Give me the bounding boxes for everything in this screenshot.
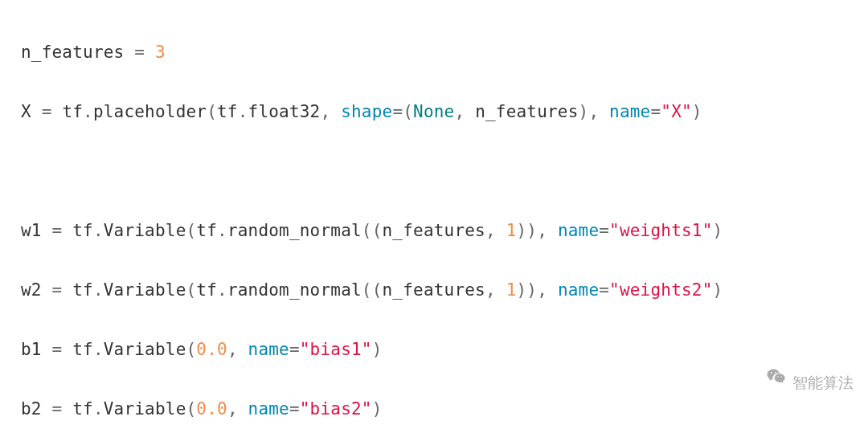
operator: = [124,43,155,62]
code-line: w2 = tf.Variable(tf.random_normal((n_fea… [21,276,868,305]
blank-line [21,157,868,186]
code-line: X = tf.placeholder(tf.float32, shape=(No… [21,97,868,127]
keyword-none: None [413,102,454,121]
variable: X [21,102,31,121]
string: "X" [661,102,692,121]
code-line: w1 = tf.Variable(tf.random_normal((n_fea… [21,216,868,246]
number: 3 [155,43,166,62]
code-line: n_features = 3 [21,38,868,67]
code-line: b2 = tf.Variable(0.0, name="bias2") [21,394,868,424]
code-block: n_features = 3 X = tf.placeholder(tf.flo… [0,0,868,437]
code-line: b1 = tf.Variable(0.0, name="bias1") [21,335,868,365]
variable: n_features [21,43,124,62]
